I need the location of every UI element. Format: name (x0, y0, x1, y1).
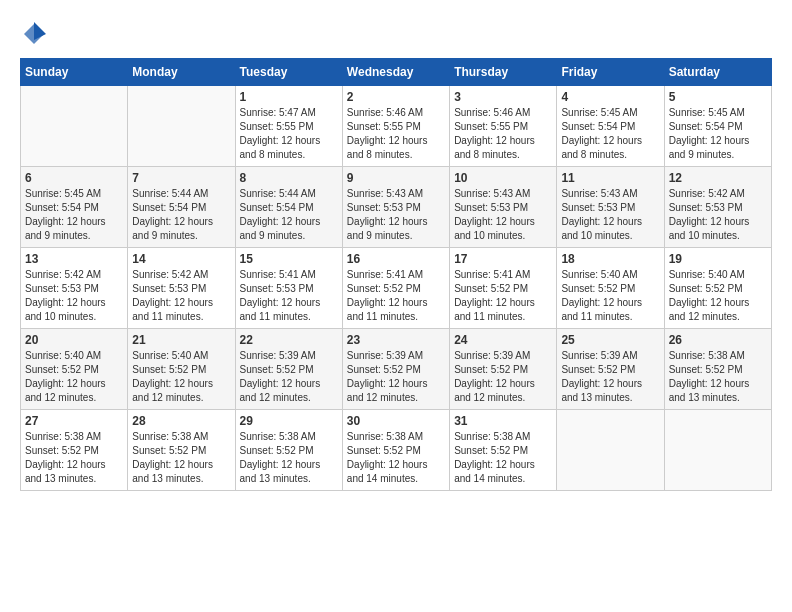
day-number: 1 (240, 90, 338, 104)
calendar-cell: 24Sunrise: 5:39 AM Sunset: 5:52 PM Dayli… (450, 329, 557, 410)
calendar-cell: 18Sunrise: 5:40 AM Sunset: 5:52 PM Dayli… (557, 248, 664, 329)
calendar-cell (21, 86, 128, 167)
header-saturday: Saturday (664, 59, 771, 86)
day-number: 21 (132, 333, 230, 347)
day-info: Sunrise: 5:43 AM Sunset: 5:53 PM Dayligh… (561, 187, 659, 243)
calendar-cell: 5Sunrise: 5:45 AM Sunset: 5:54 PM Daylig… (664, 86, 771, 167)
day-number: 9 (347, 171, 445, 185)
calendar-cell (557, 410, 664, 491)
day-number: 2 (347, 90, 445, 104)
day-info: Sunrise: 5:42 AM Sunset: 5:53 PM Dayligh… (669, 187, 767, 243)
day-number: 10 (454, 171, 552, 185)
header-wednesday: Wednesday (342, 59, 449, 86)
calendar-week-4: 27Sunrise: 5:38 AM Sunset: 5:52 PM Dayli… (21, 410, 772, 491)
calendar-cell: 26Sunrise: 5:38 AM Sunset: 5:52 PM Dayli… (664, 329, 771, 410)
day-info: Sunrise: 5:40 AM Sunset: 5:52 PM Dayligh… (669, 268, 767, 324)
header-thursday: Thursday (450, 59, 557, 86)
calendar-body: 1Sunrise: 5:47 AM Sunset: 5:55 PM Daylig… (21, 86, 772, 491)
calendar-cell: 14Sunrise: 5:42 AM Sunset: 5:53 PM Dayli… (128, 248, 235, 329)
calendar-cell: 1Sunrise: 5:47 AM Sunset: 5:55 PM Daylig… (235, 86, 342, 167)
calendar-week-3: 20Sunrise: 5:40 AM Sunset: 5:52 PM Dayli… (21, 329, 772, 410)
calendar-cell: 7Sunrise: 5:44 AM Sunset: 5:54 PM Daylig… (128, 167, 235, 248)
day-info: Sunrise: 5:46 AM Sunset: 5:55 PM Dayligh… (347, 106, 445, 162)
day-number: 28 (132, 414, 230, 428)
calendar-cell: 25Sunrise: 5:39 AM Sunset: 5:52 PM Dayli… (557, 329, 664, 410)
calendar-cell: 21Sunrise: 5:40 AM Sunset: 5:52 PM Dayli… (128, 329, 235, 410)
day-info: Sunrise: 5:40 AM Sunset: 5:52 PM Dayligh… (25, 349, 123, 405)
calendar-cell: 31Sunrise: 5:38 AM Sunset: 5:52 PM Dayli… (450, 410, 557, 491)
day-info: Sunrise: 5:39 AM Sunset: 5:52 PM Dayligh… (347, 349, 445, 405)
day-number: 19 (669, 252, 767, 266)
header-monday: Monday (128, 59, 235, 86)
day-info: Sunrise: 5:39 AM Sunset: 5:52 PM Dayligh… (454, 349, 552, 405)
calendar-table: SundayMondayTuesdayWednesdayThursdayFrid… (20, 58, 772, 491)
day-info: Sunrise: 5:39 AM Sunset: 5:52 PM Dayligh… (240, 349, 338, 405)
calendar-cell: 27Sunrise: 5:38 AM Sunset: 5:52 PM Dayli… (21, 410, 128, 491)
day-info: Sunrise: 5:47 AM Sunset: 5:55 PM Dayligh… (240, 106, 338, 162)
calendar-week-0: 1Sunrise: 5:47 AM Sunset: 5:55 PM Daylig… (21, 86, 772, 167)
day-number: 30 (347, 414, 445, 428)
header-friday: Friday (557, 59, 664, 86)
calendar-cell: 4Sunrise: 5:45 AM Sunset: 5:54 PM Daylig… (557, 86, 664, 167)
day-number: 26 (669, 333, 767, 347)
day-number: 17 (454, 252, 552, 266)
calendar-cell: 13Sunrise: 5:42 AM Sunset: 5:53 PM Dayli… (21, 248, 128, 329)
day-number: 15 (240, 252, 338, 266)
day-number: 5 (669, 90, 767, 104)
calendar-cell: 10Sunrise: 5:43 AM Sunset: 5:53 PM Dayli… (450, 167, 557, 248)
day-number: 25 (561, 333, 659, 347)
day-info: Sunrise: 5:42 AM Sunset: 5:53 PM Dayligh… (25, 268, 123, 324)
day-info: Sunrise: 5:41 AM Sunset: 5:53 PM Dayligh… (240, 268, 338, 324)
day-number: 29 (240, 414, 338, 428)
day-number: 13 (25, 252, 123, 266)
day-number: 20 (25, 333, 123, 347)
day-info: Sunrise: 5:39 AM Sunset: 5:52 PM Dayligh… (561, 349, 659, 405)
day-number: 27 (25, 414, 123, 428)
day-number: 4 (561, 90, 659, 104)
day-info: Sunrise: 5:40 AM Sunset: 5:52 PM Dayligh… (561, 268, 659, 324)
day-info: Sunrise: 5:45 AM Sunset: 5:54 PM Dayligh… (25, 187, 123, 243)
day-number: 31 (454, 414, 552, 428)
day-info: Sunrise: 5:43 AM Sunset: 5:53 PM Dayligh… (454, 187, 552, 243)
logo-icon (20, 20, 48, 48)
calendar-cell: 2Sunrise: 5:46 AM Sunset: 5:55 PM Daylig… (342, 86, 449, 167)
calendar-cell: 17Sunrise: 5:41 AM Sunset: 5:52 PM Dayli… (450, 248, 557, 329)
day-info: Sunrise: 5:46 AM Sunset: 5:55 PM Dayligh… (454, 106, 552, 162)
day-info: Sunrise: 5:38 AM Sunset: 5:52 PM Dayligh… (669, 349, 767, 405)
calendar-cell: 28Sunrise: 5:38 AM Sunset: 5:52 PM Dayli… (128, 410, 235, 491)
day-info: Sunrise: 5:42 AM Sunset: 5:53 PM Dayligh… (132, 268, 230, 324)
day-info: Sunrise: 5:38 AM Sunset: 5:52 PM Dayligh… (25, 430, 123, 486)
day-number: 6 (25, 171, 123, 185)
day-info: Sunrise: 5:43 AM Sunset: 5:53 PM Dayligh… (347, 187, 445, 243)
day-number: 14 (132, 252, 230, 266)
day-info: Sunrise: 5:41 AM Sunset: 5:52 PM Dayligh… (347, 268, 445, 324)
calendar-cell: 9Sunrise: 5:43 AM Sunset: 5:53 PM Daylig… (342, 167, 449, 248)
calendar-cell: 30Sunrise: 5:38 AM Sunset: 5:52 PM Dayli… (342, 410, 449, 491)
day-number: 7 (132, 171, 230, 185)
day-number: 23 (347, 333, 445, 347)
calendar-cell: 6Sunrise: 5:45 AM Sunset: 5:54 PM Daylig… (21, 167, 128, 248)
calendar-cell: 20Sunrise: 5:40 AM Sunset: 5:52 PM Dayli… (21, 329, 128, 410)
day-number: 24 (454, 333, 552, 347)
calendar-cell: 16Sunrise: 5:41 AM Sunset: 5:52 PM Dayli… (342, 248, 449, 329)
header-tuesday: Tuesday (235, 59, 342, 86)
calendar-cell: 12Sunrise: 5:42 AM Sunset: 5:53 PM Dayli… (664, 167, 771, 248)
day-number: 11 (561, 171, 659, 185)
calendar-cell: 8Sunrise: 5:44 AM Sunset: 5:54 PM Daylig… (235, 167, 342, 248)
calendar-cell: 23Sunrise: 5:39 AM Sunset: 5:52 PM Dayli… (342, 329, 449, 410)
day-info: Sunrise: 5:41 AM Sunset: 5:52 PM Dayligh… (454, 268, 552, 324)
day-info: Sunrise: 5:45 AM Sunset: 5:54 PM Dayligh… (669, 106, 767, 162)
calendar-cell: 3Sunrise: 5:46 AM Sunset: 5:55 PM Daylig… (450, 86, 557, 167)
day-info: Sunrise: 5:38 AM Sunset: 5:52 PM Dayligh… (347, 430, 445, 486)
page-header (20, 20, 772, 48)
day-number: 8 (240, 171, 338, 185)
day-info: Sunrise: 5:44 AM Sunset: 5:54 PM Dayligh… (240, 187, 338, 243)
calendar-week-1: 6Sunrise: 5:45 AM Sunset: 5:54 PM Daylig… (21, 167, 772, 248)
day-number: 18 (561, 252, 659, 266)
day-number: 12 (669, 171, 767, 185)
calendar-cell (128, 86, 235, 167)
calendar-cell: 29Sunrise: 5:38 AM Sunset: 5:52 PM Dayli… (235, 410, 342, 491)
day-info: Sunrise: 5:38 AM Sunset: 5:52 PM Dayligh… (240, 430, 338, 486)
day-info: Sunrise: 5:40 AM Sunset: 5:52 PM Dayligh… (132, 349, 230, 405)
calendar-week-2: 13Sunrise: 5:42 AM Sunset: 5:53 PM Dayli… (21, 248, 772, 329)
